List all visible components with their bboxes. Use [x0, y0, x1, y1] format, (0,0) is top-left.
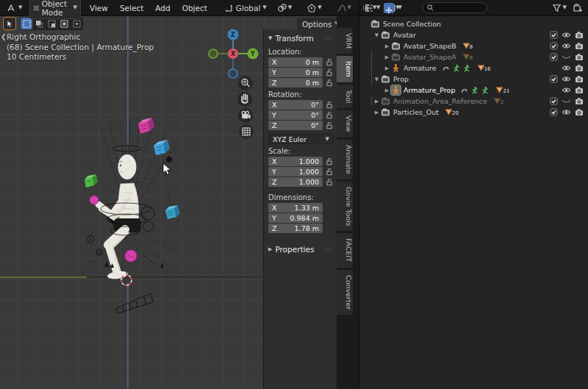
- select-mode-extend-button[interactable]: [33, 18, 45, 29]
- select-mode-intersect-button[interactable]: [71, 18, 82, 29]
- select-mode-new-button[interactable]: [21, 18, 32, 29]
- render-camera-icon[interactable]: [573, 42, 585, 50]
- tab-animate[interactable]: Animate: [337, 140, 353, 179]
- eye-icon[interactable]: [560, 42, 573, 50]
- row-label[interactable]: Scene Collection: [383, 20, 441, 28]
- value-field[interactable]: Z1.000: [268, 177, 323, 187]
- collection-icon[interactable]: [381, 30, 390, 40]
- lock-open-icon[interactable]: [324, 168, 334, 176]
- zoom-button[interactable]: [238, 76, 253, 90]
- blue-cube[interactable]: [154, 140, 170, 155]
- view-gizmo[interactable]: Z Y X: [209, 29, 259, 79]
- gizmo-neg-y[interactable]: [209, 49, 218, 58]
- expand-right-icon[interactable]: ▶: [383, 43, 391, 49]
- pink-cube[interactable]: [138, 118, 154, 134]
- value-field[interactable]: Y0°: [268, 110, 323, 120]
- eye-icon[interactable]: [560, 108, 573, 116]
- rotation-mode-dropdown[interactable]: XYZ Euler ▼: [268, 134, 334, 144]
- value-field[interactable]: Y0 m: [268, 68, 323, 77]
- properties-panel-header[interactable]: ▶ Properties ∷∷: [264, 242, 337, 256]
- tab-govie-tools[interactable]: Govie Tools: [337, 182, 353, 232]
- eye-icon[interactable]: [560, 75, 573, 83]
- outliner-row-animation-area-reference[interactable]: ▶Animation_Area_Reference2: [359, 96, 588, 107]
- pan-hand-button[interactable]: [237, 92, 252, 107]
- expand-right-icon[interactable]: ▶: [383, 65, 391, 71]
- tab-view[interactable]: View: [337, 110, 353, 138]
- active-tool-select-icon[interactable]: [3, 17, 16, 30]
- outliner-row-armature-prop[interactable]: ▶Armature_Prop21: [359, 85, 588, 96]
- render-camera-icon[interactable]: [573, 108, 585, 116]
- row-label[interactable]: Prop: [393, 75, 409, 83]
- outliner-row-prop[interactable]: ▼Prop: [359, 74, 588, 85]
- value-field[interactable]: X0°: [268, 100, 323, 110]
- eye-closed-icon[interactable]: [560, 53, 573, 61]
- editor-type-button[interactable]: ▼: [3, 1, 25, 15]
- collection-icon[interactable]: [381, 107, 390, 117]
- render-camera-icon[interactable]: [573, 86, 585, 94]
- value-field[interactable]: Z0°: [268, 121, 323, 130]
- teal-cube[interactable]: [165, 205, 180, 219]
- expand-right-icon[interactable]: ▶: [383, 54, 391, 60]
- gizmos-dropdown[interactable]: ▼: [384, 3, 399, 13]
- gizmo-neg-z[interactable]: [229, 69, 237, 78]
- armature-icon[interactable]: [391, 85, 401, 95]
- render-camera-icon[interactable]: [573, 97, 585, 105]
- collection-icon[interactable]: [391, 52, 401, 62]
- selectable-checkbox[interactable]: [548, 75, 560, 83]
- outliner-row-armature[interactable]: ▶Armature16: [359, 63, 588, 74]
- outliner-row-avatar-shapea[interactable]: ▶Avatar_ShapeA8: [359, 51, 588, 63]
- collection-icon[interactable]: [370, 19, 380, 29]
- outliner-row-avatar[interactable]: ▼Avatar: [359, 29, 588, 40]
- outliner-row-particles-out[interactable]: ▶Particles_Out20: [359, 107, 588, 118]
- selectable-checkbox[interactable]: [548, 53, 560, 61]
- falloff-dropdown[interactable]: ▼: [334, 1, 354, 15]
- expand-right-icon[interactable]: ▶: [383, 88, 391, 93]
- menu-object[interactable]: Object: [178, 2, 212, 14]
- mode-dropdown[interactable]: Object Mode ▼: [29, 0, 81, 19]
- snap-settings-dropdown[interactable]: ▼: [304, 1, 324, 15]
- tab-item[interactable]: Item: [337, 56, 353, 82]
- selectable-checkbox[interactable]: [548, 108, 560, 116]
- eye-icon[interactable]: [560, 31, 573, 39]
- show-overlays-dropdown[interactable]: ▼: [359, 1, 379, 15]
- value-field[interactable]: Z1.78 m: [268, 224, 323, 233]
- pivot-point-dropdown[interactable]: ▼: [274, 1, 295, 15]
- tab-vrm[interactable]: VRM: [337, 28, 353, 54]
- expand-down-icon[interactable]: ▼: [373, 76, 381, 82]
- lock-open-icon[interactable]: [324, 178, 334, 186]
- lock-open-icon[interactable]: [324, 101, 334, 109]
- expand-right-icon[interactable]: ▶: [373, 110, 381, 115]
- options-dropdown[interactable]: Options ▼: [297, 18, 337, 30]
- lock-open-icon[interactable]: [324, 111, 334, 119]
- lock-open-icon[interactable]: [324, 68, 334, 76]
- value-field[interactable]: Y1.000: [268, 167, 323, 176]
- row-label[interactable]: Armature: [404, 64, 437, 72]
- collection-icon[interactable]: [391, 41, 401, 51]
- render-camera-icon[interactable]: [573, 64, 585, 72]
- outliner-search[interactable]: [423, 2, 487, 13]
- menu-view[interactable]: View: [85, 2, 112, 14]
- row-label[interactable]: Avatar_ShapeA: [404, 53, 456, 61]
- row-label[interactable]: Animation_Area_Reference: [393, 97, 487, 105]
- row-label[interactable]: Particles_Out: [393, 108, 439, 116]
- row-label[interactable]: Avatar_ShapeB: [404, 42, 456, 50]
- tab-converter[interactable]: Converter: [337, 270, 353, 315]
- selectable-checkbox[interactable]: [548, 97, 560, 105]
- green-cube[interactable]: [85, 174, 98, 188]
- lock-open-icon[interactable]: [324, 79, 334, 87]
- avatar-character[interactable]: [90, 146, 154, 280]
- eye-closed-icon[interactable]: [560, 97, 573, 105]
- armature-icon[interactable]: [391, 63, 401, 73]
- grid-ortho-button[interactable]: [239, 124, 254, 139]
- value-field[interactable]: X0 m: [268, 57, 323, 67]
- collection-icon[interactable]: [381, 96, 390, 106]
- value-field[interactable]: Y0.984 m: [268, 213, 323, 223]
- lock-open-icon[interactable]: [324, 157, 334, 165]
- menu-add[interactable]: Add: [151, 2, 174, 14]
- collection-icon[interactable]: [381, 74, 390, 84]
- eye-icon[interactable]: [560, 86, 573, 94]
- tab-tool[interactable]: Tool: [337, 85, 353, 108]
- row-label[interactable]: Avatar: [393, 31, 416, 39]
- tab-faceit[interactable]: FACEIT: [337, 233, 353, 267]
- row-label[interactable]: Armature_Prop: [404, 86, 455, 94]
